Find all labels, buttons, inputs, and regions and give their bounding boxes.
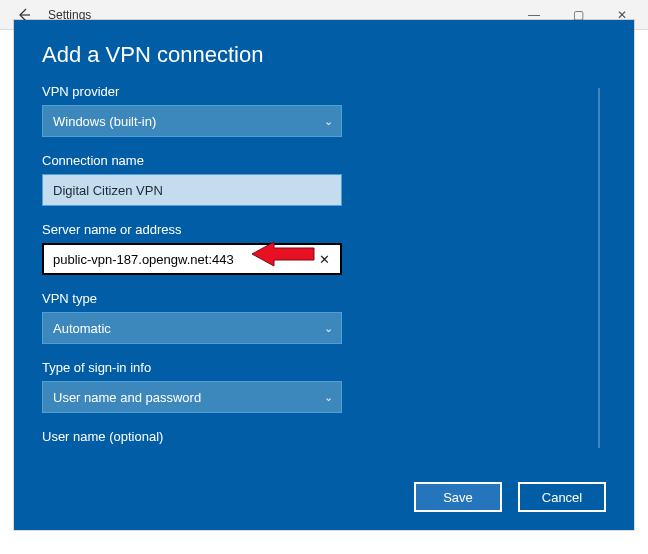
value-vpn-provider: Windows (built-in) bbox=[53, 114, 156, 129]
chevron-down-icon: ⌄ bbox=[324, 322, 333, 335]
label-username: User name (optional) bbox=[42, 429, 606, 444]
field-username: User name (optional) bbox=[42, 429, 606, 454]
input-username[interactable] bbox=[42, 450, 342, 454]
dropdown-vpn-provider[interactable]: Windows (built-in) ⌄ bbox=[42, 105, 342, 137]
field-vpn-provider: VPN provider Windows (built-in) ⌄ bbox=[42, 84, 606, 137]
value-server-address: public-vpn-187.opengw.net:443 bbox=[53, 252, 234, 267]
label-server-address: Server name or address bbox=[42, 222, 606, 237]
dropdown-signin-type[interactable]: User name and password ⌄ bbox=[42, 381, 342, 413]
vpn-dialog: Add a VPN connection VPN provider Window… bbox=[14, 20, 634, 530]
dialog-heading: Add a VPN connection bbox=[42, 42, 606, 68]
label-vpn-type: VPN type bbox=[42, 291, 606, 306]
chevron-down-icon: ⌄ bbox=[324, 391, 333, 404]
input-server-address[interactable]: public-vpn-187.opengw.net:443 ✕ bbox=[42, 243, 342, 275]
cancel-button[interactable]: Cancel bbox=[518, 482, 606, 512]
dialog-buttons: Save Cancel bbox=[414, 482, 606, 512]
field-server-address: Server name or address public-vpn-187.op… bbox=[42, 222, 606, 275]
clear-icon[interactable]: ✕ bbox=[315, 252, 334, 267]
value-vpn-type: Automatic bbox=[53, 321, 111, 336]
save-button[interactable]: Save bbox=[414, 482, 502, 512]
scrollbar[interactable] bbox=[598, 88, 600, 448]
label-vpn-provider: VPN provider bbox=[42, 84, 606, 99]
input-connection-name[interactable]: Digital Citizen VPN bbox=[42, 174, 342, 206]
field-vpn-type: VPN type Automatic ⌄ bbox=[42, 291, 606, 344]
label-connection-name: Connection name bbox=[42, 153, 606, 168]
chevron-down-icon: ⌄ bbox=[324, 115, 333, 128]
label-signin-type: Type of sign-in info bbox=[42, 360, 606, 375]
value-connection-name: Digital Citizen VPN bbox=[53, 183, 163, 198]
form-area: VPN provider Windows (built-in) ⌄ Connec… bbox=[42, 84, 606, 454]
dropdown-vpn-type[interactable]: Automatic ⌄ bbox=[42, 312, 342, 344]
field-connection-name: Connection name Digital Citizen VPN bbox=[42, 153, 606, 206]
value-signin-type: User name and password bbox=[53, 390, 201, 405]
field-signin-type: Type of sign-in info User name and passw… bbox=[42, 360, 606, 413]
